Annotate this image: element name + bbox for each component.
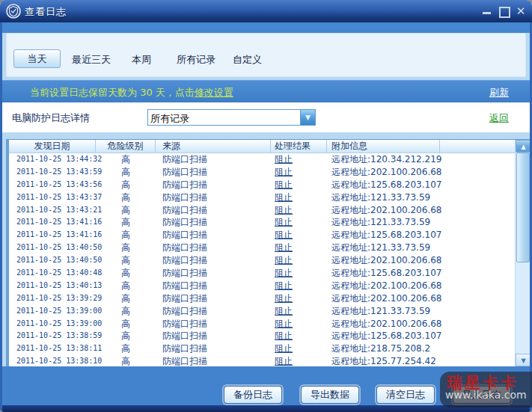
cell-date: 2011-10-25 13:44:32	[9, 153, 96, 166]
cell-level: 高	[96, 204, 156, 217]
table-row[interactable]: 2011-10-25 13:40:50高防端口扫描阻止远程地址:121.33.7…	[9, 242, 515, 254]
cell-info: 远程地址:202.100.206.68	[327, 280, 440, 292]
cell-level: 高	[96, 179, 156, 191]
record-type-dropdown[interactable]: 所有记录 ▼	[147, 109, 316, 126]
cell-source: 防端口扫描	[156, 330, 271, 342]
col-header-date[interactable]: 发现日期	[9, 140, 96, 153]
cell-result: 阻止	[271, 229, 327, 242]
clear-log-button[interactable]: 清空日志	[376, 386, 435, 404]
table-row[interactable]: 2011-10-25 13:40:50高防端口扫描阻止远程地址:202.100.…	[9, 254, 515, 267]
tab-today[interactable]: 当天	[13, 49, 61, 68]
cell-info: 远程地址:125.77.254.42	[327, 355, 440, 366]
back-link[interactable]: 返回	[489, 111, 509, 125]
tab-custom[interactable]: 自定义	[233, 53, 262, 67]
top-band	[2, 22, 530, 33]
cell-source: 防端口扫描	[156, 280, 271, 292]
window-title: 查看日志	[25, 5, 67, 19]
cell-level: 高	[96, 166, 156, 179]
scrollbar-thumb[interactable]	[516, 153, 530, 262]
cell-source: 防端口扫描	[156, 166, 271, 179]
close-icon[interactable]: ✕	[515, 6, 527, 16]
refresh-link[interactable]: 刷新	[489, 86, 509, 99]
table-row[interactable]: 2011-10-25 13:44:32高防端口扫描阻止远程地址:120.34.2…	[9, 153, 515, 166]
window-left-border	[0, 21, 2, 412]
table-row[interactable]: 2011-10-25 13:43:56高防端口扫描阻止远程地址:125.68.2…	[9, 179, 515, 191]
scroll-up-icon[interactable]: ▲	[516, 140, 531, 153]
col-header-source[interactable]: 来源	[156, 140, 271, 153]
cell-date: 2011-10-25 13:41:16	[9, 216, 96, 229]
cell-source: 防端口扫描	[156, 254, 271, 267]
cell-result: 阻止	[271, 342, 327, 355]
cell-date: 2011-10-25 13:38:59	[9, 330, 96, 342]
cell-result: 阻止	[271, 242, 327, 254]
cell-result: 阻止	[271, 254, 327, 267]
cell-source: 防端口扫描	[156, 204, 271, 217]
cell-info: 远程地址:218.75.208.2	[327, 342, 440, 355]
table-row[interactable]: 2011-10-25 13:39:29高防端口扫描阻止远程地址:202.100.…	[9, 292, 515, 305]
chevron-down-icon[interactable]: ▼	[300, 110, 315, 125]
cell-result: 阻止	[271, 166, 327, 179]
cell-source: 防端口扫描	[156, 292, 271, 305]
table-row[interactable]: 2011-10-25 13:39:00高防端口扫描阻止远程地址:121.33.7…	[9, 305, 515, 318]
table-row[interactable]: 2011-10-25 13:38:59高防端口扫描阻止远程地址:125.68.2…	[9, 330, 515, 342]
table-row[interactable]: 2011-10-25 13:40:13高防端口扫描阻止远程地址:202.100.…	[9, 280, 515, 292]
title-bar[interactable]: 查看日志 ✕	[0, 0, 532, 22]
cell-level: 高	[96, 267, 156, 280]
export-data-button[interactable]: 导出数据	[301, 386, 359, 404]
cell-date: 2011-10-25 13:40:13	[9, 280, 96, 292]
cell-source: 防端口扫描	[156, 342, 271, 355]
modify-settings-link[interactable]: 修改设置	[195, 87, 233, 98]
cell-result: 阻止	[271, 179, 327, 191]
cell-level: 高	[96, 292, 156, 305]
scroll-down-icon[interactable]: ▼	[516, 354, 531, 366]
minimize-icon[interactable]	[481, 6, 493, 16]
tab-this-week[interactable]: 本周	[132, 53, 151, 67]
cell-source: 防端口扫描	[156, 305, 271, 318]
cell-date: 2011-10-25 13:43:21	[9, 204, 96, 217]
cell-info: 远程地址:121.33.73.59	[327, 242, 440, 254]
cell-level: 高	[96, 342, 156, 355]
cell-info: 远程地址:202.100.206.68	[327, 318, 440, 330]
cell-date: 2011-10-25 13:38:11	[9, 342, 96, 355]
table-row[interactable]: 2011-10-25 13:38:11高防端口扫描阻止远程地址:218.75.2…	[9, 342, 515, 355]
table-row[interactable]: 2011-10-25 13:39:00高防端口扫描阻止远程地址:202.100.…	[9, 318, 515, 330]
date-range-tabs: 当天 最近三天 本周 所有记录 自定义	[6, 33, 526, 77]
log-viewer-window: 查看日志 ✕ 当天 最近三天 本周 所有记录 自定义 当前设置日志保留天数为 3…	[0, 0, 532, 412]
cell-info: 远程地址:125.68.203.107	[327, 330, 440, 342]
tab-all-records[interactable]: 所有记录	[177, 53, 215, 67]
tab-last-three-days[interactable]: 最近三天	[72, 53, 111, 67]
cell-date: 2011-10-25 13:40:50	[9, 242, 96, 254]
cell-date: 2011-10-25 13:40:48	[9, 267, 96, 280]
table-row[interactable]: 2011-10-25 13:38:10高防端口扫描阻止远程地址:125.77.2…	[9, 355, 515, 366]
cell-level: 高	[96, 330, 156, 342]
table-row[interactable]: 2011-10-25 13:41:16高防端口扫描阻止远程地址:125.68.2…	[9, 229, 515, 242]
cell-level: 高	[96, 254, 156, 267]
col-header-result[interactable]: 处理结果	[271, 140, 327, 153]
table-row[interactable]: 2011-10-25 13:40:48高防端口扫描阻止远程地址:125.68.2…	[9, 267, 515, 280]
col-header-level[interactable]: 危险级别	[96, 140, 156, 153]
table-row[interactable]: 2011-10-25 13:43:37高防端口扫描阻止远程地址:121.33.7…	[9, 191, 515, 204]
table-row[interactable]: 2011-10-25 13:43:21高防端口扫描阻止远程地址:202.100.…	[9, 204, 515, 217]
cell-result: 阻止	[271, 318, 327, 330]
cell-result: 阻止	[271, 204, 327, 217]
log-table: 发现日期 危险级别 来源 处理结果 附加信息 2011-10-25 13:44:…	[6, 139, 531, 366]
cell-result: 阻止	[271, 355, 327, 366]
vertical-scrollbar[interactable]: ▲ ▼	[515, 140, 531, 366]
cell-level: 高	[96, 191, 156, 204]
table-row[interactable]: 2011-10-25 13:43:59高防端口扫描阻止远程地址:202.100.…	[9, 166, 515, 179]
col-header-info[interactable]: 附加信息	[327, 140, 440, 153]
cell-info: 远程地址:121.33.73.59	[327, 305, 440, 318]
cell-date: 2011-10-25 13:39:29	[9, 292, 96, 305]
log-detail-label: 电脑防护日志详情	[12, 111, 90, 125]
maximize-icon[interactable]	[498, 6, 510, 16]
cell-result: 阻止	[271, 153, 327, 166]
table-row[interactable]: 2011-10-25 13:41:16高防端口扫描阻止远程地址:121.33.7…	[9, 216, 515, 229]
backup-log-button[interactable]: 备份日志	[224, 386, 282, 404]
cell-level: 高	[96, 305, 156, 318]
cell-result: 阻止	[271, 330, 327, 342]
cell-info: 远程地址:202.100.206.68	[327, 166, 440, 179]
cell-date: 2011-10-25 13:43:56	[9, 179, 96, 191]
log-rows: 2011-10-25 13:44:32高防端口扫描阻止远程地址:120.34.2…	[9, 153, 515, 366]
cell-source: 防端口扫描	[156, 242, 271, 254]
ikaka-watermark: 瑞星卡卡 www.ikaka.com	[440, 372, 532, 408]
